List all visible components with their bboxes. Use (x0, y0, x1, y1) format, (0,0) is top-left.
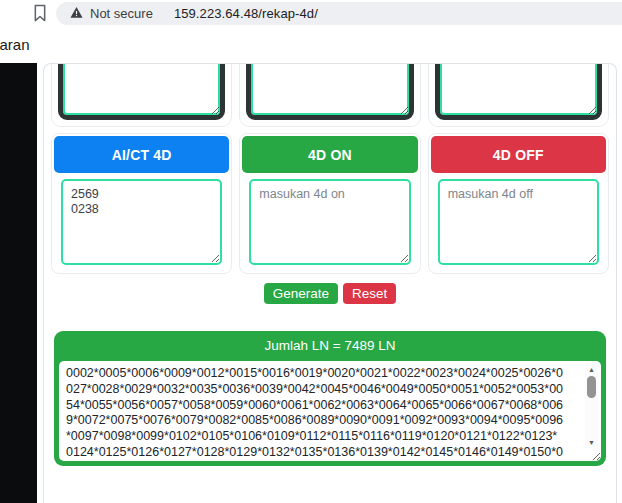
top-textarea-3[interactable] (435, 63, 602, 120)
4d-on-header[interactable]: 4D ON (242, 136, 417, 173)
main-panel: AI/CT 4D 2569 0238 4D ON 4D OFF Generate (43, 63, 617, 503)
top-textarea-row (51, 63, 609, 127)
result-card: Jumlah LN = 7489 LN 0002*0005*0006*0009*… (54, 331, 606, 466)
reset-button[interactable]: Reset (343, 283, 396, 304)
aict-4d-card: AI/CT 4D 2569 0238 (51, 133, 232, 274)
not-secure-warning-icon[interactable] (70, 5, 83, 23)
result-scrollbar[interactable]: ▲ ▼ (585, 363, 598, 448)
top-card-3 (428, 63, 609, 127)
action-buttons-row: Generate Reset (51, 283, 609, 304)
scrollbar-thumb[interactable] (587, 376, 596, 398)
4d-controls-row: AI/CT 4D 2569 0238 4D ON 4D OFF (51, 127, 609, 274)
top-textarea-1[interactable] (58, 63, 225, 120)
4d-off-input[interactable] (438, 179, 599, 265)
address-bar[interactable]: Not secure 159.223.64.48/rekap-4d/ (56, 2, 622, 25)
top-card-2 (239, 63, 420, 127)
4d-on-input[interactable] (249, 179, 410, 265)
scroll-up-icon[interactable]: ▲ (588, 365, 595, 374)
not-secure-label: Not secure (90, 6, 153, 21)
scroll-down-icon[interactable]: ▼ (588, 438, 595, 447)
browser-toolbar: Not secure 159.223.64.48/rekap-4d/ (0, 0, 622, 28)
left-black-sidebar (0, 63, 37, 503)
bookmark-icon[interactable] (33, 4, 47, 22)
4d-off-card: 4D OFF (428, 133, 609, 274)
top-textarea-2[interactable] (246, 63, 413, 120)
url-text[interactable]: 159.223.64.48/rekap-4d/ (174, 6, 318, 21)
4d-off-header[interactable]: 4D OFF (431, 136, 606, 173)
clipped-suggestion-text: saran (0, 36, 30, 53)
top-card-1 (51, 63, 232, 127)
aict-4d-header[interactable]: AI/CT 4D (54, 136, 229, 173)
generate-button[interactable]: Generate (264, 283, 338, 304)
4d-on-card: 4D ON (239, 133, 420, 274)
aict-4d-input[interactable]: 2569 0238 (61, 179, 222, 265)
result-title: Jumlah LN = 7489 LN (59, 331, 601, 361)
result-numbers-textarea[interactable]: 0002*0005*0006*0009*0012*0015*0016*0019*… (59, 361, 601, 461)
